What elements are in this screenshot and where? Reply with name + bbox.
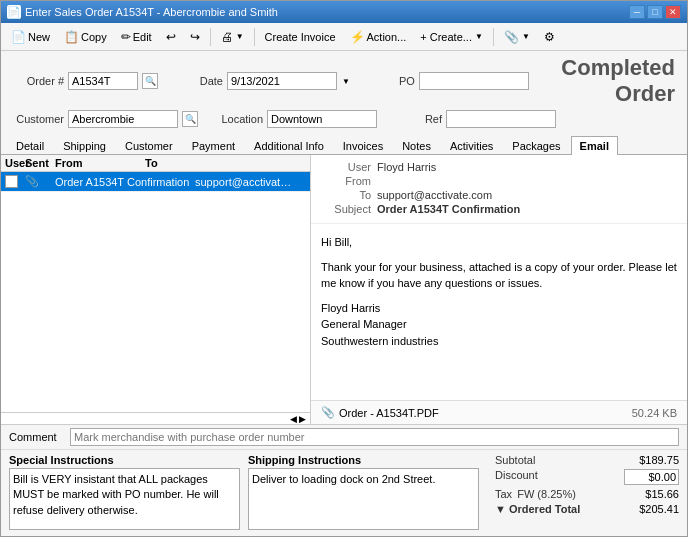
order-search-button[interactable]: 🔍 (142, 73, 158, 89)
tab-invoices[interactable]: Invoices (334, 136, 392, 155)
customer-label: Customer (9, 113, 64, 125)
new-button[interactable]: 📄 New (5, 26, 56, 48)
order-form: Order # 🔍 Date ▼ PO Completed Order Cust… (1, 51, 687, 135)
col-sent: Sent (25, 157, 55, 169)
subtotal-row: Subtotal $189.75 (495, 454, 679, 466)
create-dropdown-arrow: ▼ (475, 32, 483, 41)
date-input[interactable] (227, 72, 337, 90)
shipping-instructions-col: Shipping Instructions Deliver to loading… (248, 454, 479, 532)
edit-button[interactable]: ✏ Edit (115, 26, 158, 48)
print-button[interactable]: 🖨 ▼ (215, 26, 250, 48)
main-window: 📄 Enter Sales Order A1534T - Abercrombie… (0, 0, 688, 537)
totals-panel: Subtotal $189.75 Discount Tax FW (8.25%)… (487, 450, 687, 532)
tab-notes[interactable]: Notes (393, 136, 440, 155)
po-label: PO (360, 75, 415, 87)
meta-subject-row: Subject Order A1534T Confirmation (321, 203, 677, 215)
tax-rate: FW (8.25%) (517, 488, 576, 500)
discount-row: Discount (495, 469, 679, 485)
toolbar: 📄 New 📋 Copy ✏ Edit ↩ ↪ 🖨 ▼ Create Invoi… (1, 23, 687, 51)
window-icon: 📄 (7, 5, 21, 19)
toolbar-separator-1 (210, 28, 211, 46)
form-row-2: Customer 🔍 Location Ref (9, 110, 679, 128)
email-subject: Order A1534T Confirmation (55, 176, 195, 188)
attach-button[interactable]: 📎 ▼ (498, 26, 536, 48)
paperclip-icon: 📎 (504, 30, 519, 44)
col-user: User (5, 157, 25, 169)
shipping-instructions-label: Shipping Instructions (248, 454, 479, 466)
tab-email[interactable]: Email (571, 136, 618, 155)
order-input[interactable] (68, 72, 138, 90)
tab-detail[interactable]: Detail (7, 136, 53, 155)
date-dropdown[interactable]: ▼ (342, 77, 350, 86)
minimize-button[interactable]: ─ (629, 5, 645, 19)
bottom-section: Special Instructions Bill is VERY insist… (1, 450, 687, 536)
special-instructions-label: Special Instructions (9, 454, 240, 466)
scroll-right-arrow[interactable]: ▶ (299, 414, 306, 424)
email-row[interactable]: 📎 Order A1534T Confirmation support@acct… (1, 172, 310, 192)
meta-to-value: support@acctivate.com (377, 189, 492, 201)
col-from: From (55, 157, 145, 169)
bottom-left: Special Instructions Bill is VERY insist… (1, 450, 487, 532)
customer-search-button[interactable]: 🔍 (182, 111, 198, 127)
print-icon: 🖨 (221, 30, 233, 44)
shipping-instructions-input[interactable]: Deliver to loading dock on 2nd Street. (248, 468, 479, 530)
tax-row: Tax FW (8.25%) $15.66 (495, 488, 679, 500)
tab-shipping[interactable]: Shipping (54, 136, 115, 155)
special-instructions-input[interactable]: Bill is VERY insistant that ALL packages… (9, 468, 240, 530)
comment-input[interactable] (70, 428, 679, 446)
attach-dropdown-arrow: ▼ (522, 32, 530, 41)
action-button[interactable]: ⚡ Action... (344, 26, 413, 48)
sig-line2: General Manager (321, 318, 407, 330)
email-sys-label: SYS (1, 192, 310, 205)
title-bar: 📄 Enter Sales Order A1534T - Abercrombie… (1, 1, 687, 23)
email-list-header: User Sent From To (1, 155, 310, 172)
tab-activities[interactable]: Activities (441, 136, 502, 155)
date-label: Date (168, 75, 223, 87)
email-tab-content: User Sent From To 📎 Order A1534T Confirm… (1, 155, 687, 424)
email-signature: Floyd Harris General Manager Southwester… (321, 300, 677, 350)
subtotal-label: Subtotal (495, 454, 535, 466)
location-input[interactable] (267, 110, 377, 128)
meta-to-label: To (321, 189, 371, 201)
toolbar-separator-2 (254, 28, 255, 46)
create-button[interactable]: + Create... ▼ (414, 26, 489, 48)
ref-label: Ref (387, 113, 442, 125)
ordered-total-label: ▼ Ordered Total (495, 503, 580, 515)
settings-button[interactable]: ⚙ (538, 26, 561, 48)
email-greeting: Hi Bill, (321, 234, 677, 251)
undo-icon: ↩ (166, 30, 176, 44)
comment-row: Comment (1, 425, 687, 450)
order-label: Order # (9, 75, 64, 87)
tab-packages[interactable]: Packages (503, 136, 569, 155)
tab-payment[interactable]: Payment (183, 136, 244, 155)
title-controls: ─ □ ✕ (629, 5, 681, 19)
tax-label: Tax FW (8.25%) (495, 488, 576, 500)
tab-additional-info[interactable]: Additional Info (245, 136, 333, 155)
bottom-area: Comment Special Instructions Bill is VER… (1, 424, 687, 536)
discount-value (619, 469, 679, 485)
po-input[interactable] (419, 72, 529, 90)
undo-button[interactable]: ↩ (160, 26, 182, 48)
copy-button[interactable]: 📋 Copy (58, 26, 113, 48)
maximize-button[interactable]: □ (647, 5, 663, 19)
discount-input[interactable] (624, 469, 679, 485)
meta-subject-value: Order A1534T Confirmation (377, 203, 520, 215)
meta-user-label: User (321, 161, 371, 173)
create-invoice-button[interactable]: Create Invoice (259, 26, 342, 48)
meta-from-row: From (321, 175, 677, 187)
redo-button[interactable]: ↪ (184, 26, 206, 48)
email-checkbox[interactable] (5, 175, 18, 188)
close-button[interactable]: ✕ (665, 5, 681, 19)
meta-subject-label: Subject (321, 203, 371, 215)
attachment-name: Order - A1534T.PDF (339, 407, 439, 419)
toolbar-separator-3 (493, 28, 494, 46)
scroll-left-arrow[interactable]: ◀ (290, 414, 297, 424)
discount-label: Discount (495, 469, 538, 485)
email-body: Hi Bill, Thank your for your business, a… (311, 224, 687, 400)
ref-input[interactable] (446, 110, 556, 128)
location-label: Location (208, 113, 263, 125)
form-row-1: Order # 🔍 Date ▼ PO Completed Order (9, 55, 679, 107)
customer-input[interactable] (68, 110, 178, 128)
ordered-total-value: $205.41 (619, 503, 679, 515)
tab-customer[interactable]: Customer (116, 136, 182, 155)
